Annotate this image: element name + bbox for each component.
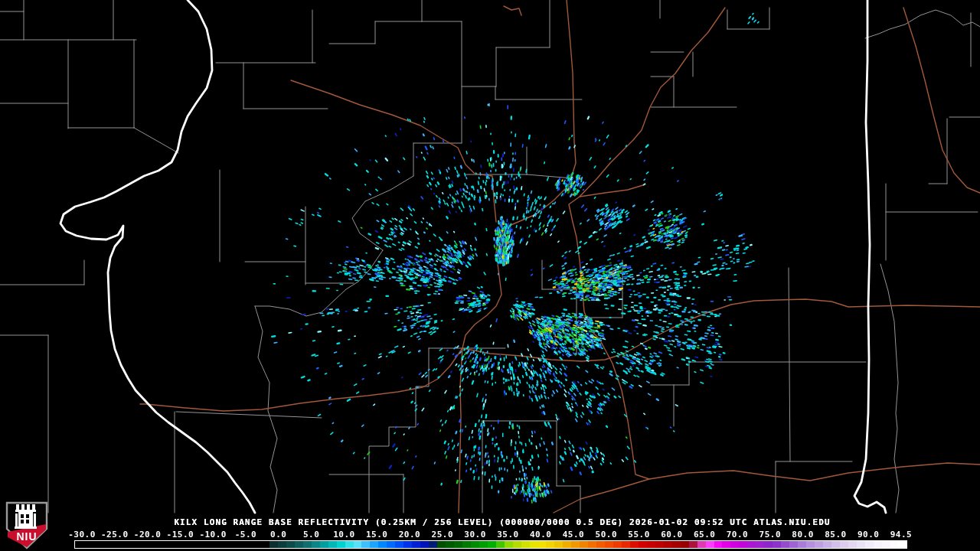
colorbar-segment xyxy=(429,541,437,548)
colorbar-tick: 0.0 xyxy=(270,530,286,540)
colorbar-segment xyxy=(722,541,730,548)
colorbar-segment xyxy=(781,541,789,548)
colorbar-segment xyxy=(630,541,639,548)
colorbar-segment xyxy=(639,541,647,548)
colorbar-segment xyxy=(563,541,571,548)
colorbar-segment xyxy=(420,541,429,548)
colorbar-segment xyxy=(848,541,857,548)
colorbar-tick-labels: -30.0-25.0-20.0-15.0-10.0-5.00.05.010.01… xyxy=(0,530,980,540)
colorbar-tick: 90.0 xyxy=(858,530,880,540)
colorbar-tick: 80.0 xyxy=(792,530,814,540)
colorbar-segment xyxy=(328,541,337,548)
colorbar-segment xyxy=(773,541,781,548)
colorbar-tick: 35.0 xyxy=(497,530,519,540)
colorbar-segment xyxy=(354,541,362,548)
colorbar-segment xyxy=(454,541,462,548)
colorbar-segment xyxy=(462,541,471,548)
radar-viewer: KILX LONG RANGE BASE REFLECTIVITY (0.25K… xyxy=(0,0,980,551)
colorbar-segment xyxy=(756,541,764,548)
colorbar-segment xyxy=(505,541,513,548)
colorbar-segment xyxy=(890,541,899,548)
colorbar-tick: 50.0 xyxy=(596,530,618,540)
reflectivity-colorbar xyxy=(74,540,907,549)
colorbar-segment xyxy=(345,541,354,548)
colorbar-segment xyxy=(815,541,823,548)
colorbar-segment xyxy=(672,541,681,548)
colorbar-tick: 65.0 xyxy=(694,530,716,540)
colorbar-segment xyxy=(831,541,840,548)
colorbar-tick: -15.0 xyxy=(167,530,194,540)
colorbar-tick: 40.0 xyxy=(530,530,552,540)
colorbar-segment xyxy=(596,541,605,548)
colorbar-segment xyxy=(496,541,505,548)
colorbar-segment xyxy=(412,541,420,548)
colorbar-segment xyxy=(471,541,479,548)
colorbar-segment xyxy=(513,541,521,548)
colorbar-segment xyxy=(898,541,906,548)
colorbar-tick: 45.0 xyxy=(563,530,585,540)
colorbar-tick: -5.0 xyxy=(235,530,257,540)
colorbar-segment xyxy=(270,541,278,548)
colorbar-empty-segment xyxy=(75,541,270,548)
colorbar-tick: 94.5 xyxy=(890,530,913,540)
radar-caption: KILX LONG RANGE BASE REFLECTIVITY (0.25K… xyxy=(174,517,830,527)
colorbar-segment xyxy=(739,541,747,548)
colorbar-segment xyxy=(395,541,403,548)
colorbar-segment xyxy=(714,541,723,548)
colorbar-segment xyxy=(303,541,312,548)
colorbar-segment xyxy=(697,541,706,548)
colorbar-segment xyxy=(806,541,815,548)
colorbar-segment xyxy=(664,541,672,548)
colorbar-segment xyxy=(488,541,496,548)
colorbar-segment xyxy=(479,541,488,548)
colorbar-segment xyxy=(823,541,831,548)
colorbar-segment xyxy=(295,541,303,548)
colorbar-segment xyxy=(681,541,689,548)
colorbar-segment xyxy=(857,541,865,548)
colorbar-tick: 15.0 xyxy=(366,530,388,540)
colorbar-tick: 25.0 xyxy=(432,530,454,540)
colorbar-tick: 30.0 xyxy=(464,530,486,540)
colorbar-segment xyxy=(647,541,655,548)
colorbar-segment xyxy=(538,541,547,548)
niu-logo-text: NIU xyxy=(16,530,37,543)
colorbar-segment xyxy=(840,541,848,548)
colorbar-segment xyxy=(403,541,412,548)
colorbar-segment xyxy=(521,541,530,548)
colorbar-segment xyxy=(530,541,538,548)
colorbar-tick: 5.0 xyxy=(303,530,319,540)
colorbar-tick: 20.0 xyxy=(399,530,421,540)
colorbar-tick: -20.0 xyxy=(134,530,162,540)
niu-logo[interactable]: NIU xyxy=(5,501,48,549)
colorbar-segment xyxy=(546,541,554,548)
colorbar-segment xyxy=(571,541,580,548)
radar-map-canvas[interactable] xyxy=(0,0,980,551)
colorbar-tick: 70.0 xyxy=(727,530,749,540)
colorbar-tick: -10.0 xyxy=(199,530,227,540)
colorbar-segment xyxy=(747,541,756,548)
colorbar-segment xyxy=(446,541,454,548)
colorbar-tick: 75.0 xyxy=(760,530,782,540)
colorbar-segment xyxy=(605,541,613,548)
colorbar-segment xyxy=(312,541,320,548)
colorbar-tick: 10.0 xyxy=(333,530,355,540)
colorbar-segment xyxy=(865,541,874,548)
colorbar-segment xyxy=(370,541,378,548)
colorbar-tick: 85.0 xyxy=(825,530,847,540)
colorbar-segment xyxy=(613,541,622,548)
colorbar-segment xyxy=(882,541,890,548)
colorbar-segment xyxy=(580,541,588,548)
colorbar-segment xyxy=(378,541,387,548)
colorbar-segment xyxy=(689,541,697,548)
colorbar-tick: 55.0 xyxy=(628,530,650,540)
colorbar-segment xyxy=(361,541,370,548)
colorbar-segment xyxy=(278,541,286,548)
colorbar-segment xyxy=(730,541,739,548)
colorbar-segment xyxy=(588,541,596,548)
colorbar-segment xyxy=(789,541,798,548)
colorbar-segment xyxy=(764,541,773,548)
colorbar-tick: -25.0 xyxy=(101,530,129,540)
colorbar-segment xyxy=(387,541,395,548)
colorbar-segment xyxy=(286,541,295,548)
colorbar-segment xyxy=(655,541,664,548)
